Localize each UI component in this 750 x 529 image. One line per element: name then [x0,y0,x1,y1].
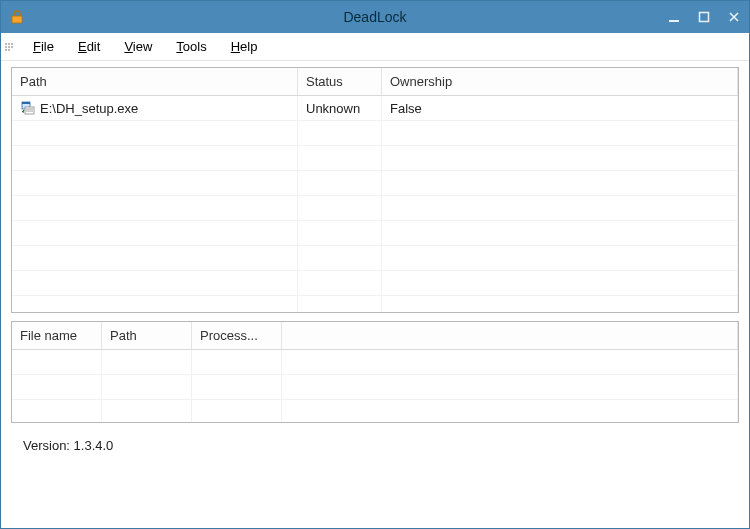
menu-tools[interactable]: Tools [164,35,218,58]
col-header-path[interactable]: Path [12,68,298,95]
files-grid[interactable]: Path Status Ownership [11,67,739,313]
svg-rect-0 [12,16,22,23]
col-header-process[interactable]: Process... [192,322,282,349]
table-row [12,296,738,312]
menu-help-rest: elp [240,39,257,54]
table-row [12,350,738,375]
minimize-button[interactable] [659,1,689,33]
menu-edit[interactable]: Edit [66,35,112,58]
table-row [12,271,738,296]
cell-status: Unknown [298,96,382,120]
cell-ownership: False [382,96,738,120]
maximize-button[interactable] [689,1,719,33]
exe-file-icon [20,100,36,116]
content-area: Path Status Ownership [1,61,749,528]
svg-rect-1 [669,20,679,22]
processes-grid-header: File name Path Process... [12,322,738,350]
files-grid-body: E:\DH_setup.exe Unknown False [12,96,738,312]
table-row[interactable]: E:\DH_setup.exe Unknown False [12,96,738,121]
menu-view[interactable]: View [112,35,164,58]
svg-rect-2 [700,13,709,22]
table-row [12,375,738,400]
table-row [12,121,738,146]
menu-view-rest: iew [133,39,153,54]
files-grid-header: Path Status Ownership [12,68,738,96]
processes-grid-body [12,350,738,422]
close-button[interactable] [719,1,749,33]
cell-path: E:\DH_setup.exe [12,96,298,120]
version-label: Version: 1.3.4.0 [23,438,113,453]
menu-edit-rest: dit [87,39,101,54]
cell-path-text: E:\DH_setup.exe [40,101,138,116]
table-row [12,221,738,246]
statusbar: Version: 1.3.4.0 [11,431,739,459]
toolbar-grip-icon [5,38,15,56]
window-title: DeadLock [343,9,406,25]
app-window: DeadLock File Edit View Tools Help Path … [0,0,750,529]
svg-rect-4 [22,102,30,104]
col-header-path2[interactable]: Path [102,322,192,349]
table-row [12,196,738,221]
lock-icon [9,9,25,25]
titlebar[interactable]: DeadLock [1,1,749,33]
window-controls [659,1,749,33]
col-header-ownership[interactable]: Ownership [382,68,738,95]
processes-grid[interactable]: File name Path Process... [11,321,739,423]
menu-file[interactable]: File [21,35,66,58]
menubar: File Edit View Tools Help [1,33,749,61]
table-row [12,171,738,196]
svg-rect-5 [25,107,34,114]
table-row [12,246,738,271]
table-row [12,146,738,171]
menu-tools-rest: ools [183,39,207,54]
col-header-status[interactable]: Status [298,68,382,95]
table-row [12,400,738,422]
menu-help[interactable]: Help [219,35,270,58]
col-header-filename[interactable]: File name [12,322,102,349]
col-header-spacer [282,322,738,349]
menu-file-rest: ile [41,39,54,54]
